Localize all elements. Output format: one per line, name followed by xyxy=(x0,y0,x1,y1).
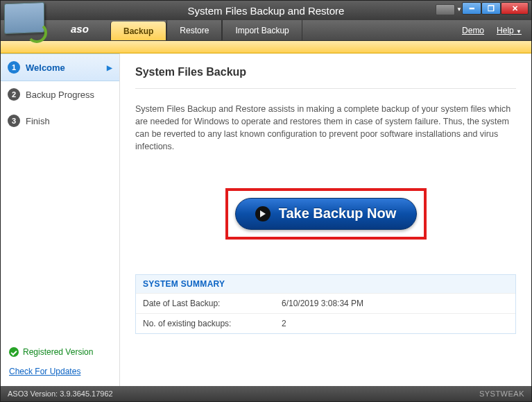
step-backup-progress[interactable]: 2 Backup Progress xyxy=(1,81,119,108)
step-number-icon: 3 xyxy=(8,115,20,127)
close-button[interactable]: ✕ xyxy=(501,2,529,15)
menu-help-label: elp xyxy=(503,26,514,35)
window-controls: ━ ❐ ✕ xyxy=(462,2,529,15)
summary-row: No. of existing backups: 2 xyxy=(136,313,515,333)
maximize-button[interactable]: ❐ xyxy=(481,2,501,15)
page-description: System Files Backup and Restore assists … xyxy=(135,103,516,153)
language-dropdown-icon[interactable]: ▼ xyxy=(456,6,462,12)
check-circle-icon xyxy=(9,347,19,357)
tab-restore[interactable]: Restore xyxy=(166,20,222,40)
divider xyxy=(135,88,516,89)
summary-row: Date of Last Backup: 6/10/2019 3:08:34 P… xyxy=(136,293,515,313)
title-bar: System Files Backup and Restore ▼ ━ ❐ ✕ xyxy=(1,1,531,20)
ribbon-strip xyxy=(1,41,531,53)
check-updates-link[interactable]: Check For Updates xyxy=(9,367,80,376)
main-content: System Files Backup System Files Backup … xyxy=(120,53,531,386)
step-label: Backup Progress xyxy=(26,90,94,100)
menu-demo-label: emo xyxy=(468,26,484,35)
company-brand: SYSTWEAK xyxy=(479,390,524,398)
tab-backup[interactable]: Backup xyxy=(110,22,166,40)
app-logo-icon xyxy=(4,3,65,51)
take-backup-label: Take Backup Now xyxy=(279,206,397,221)
step-welcome[interactable]: 1 Welcome ▶ xyxy=(1,53,119,81)
registered-version: Registered Version xyxy=(9,347,111,357)
registered-label: Registered Version xyxy=(23,347,93,357)
steps-sidebar: 1 Welcome ▶ 2 Backup Progress 3 Finish R… xyxy=(1,53,120,386)
play-icon xyxy=(255,206,271,221)
brand-label: aso xyxy=(71,23,89,35)
chevron-right-icon: ▶ xyxy=(107,64,112,72)
step-number-icon: 2 xyxy=(8,88,20,101)
version-label: ASO3 Version: 3.9.3645.17962 xyxy=(8,390,113,398)
summary-value: 2 xyxy=(275,314,293,333)
language-flag-icon[interactable] xyxy=(436,4,455,15)
take-backup-now-button[interactable]: Take Backup Now xyxy=(235,198,417,230)
step-finish[interactable]: 3 Finish xyxy=(1,108,119,134)
summary-title: SYSTEM SUMMARY xyxy=(136,275,515,293)
step-number-icon: 1 xyxy=(8,61,20,74)
status-bar: ASO3 Version: 3.9.3645.17962 SYSTWEAK xyxy=(1,386,531,401)
tab-import-backup[interactable]: Import Backup xyxy=(222,20,302,40)
summary-label: No. of existing backups: xyxy=(136,314,275,333)
step-label: Finish xyxy=(26,116,50,126)
system-summary: SYSTEM SUMMARY Date of Last Backup: 6/10… xyxy=(135,274,516,334)
summary-value: 6/10/2019 3:08:34 PM xyxy=(275,294,370,313)
step-label: Welcome xyxy=(26,62,65,73)
minimize-button[interactable]: ━ xyxy=(462,2,481,15)
highlight-box: Take Backup Now xyxy=(225,188,427,240)
menu-demo[interactable]: Demo xyxy=(462,26,484,35)
chevron-down-icon: ▼ xyxy=(516,28,522,35)
summary-label: Date of Last Backup: xyxy=(136,294,275,313)
menu-help[interactable]: Help ▼ xyxy=(497,26,522,35)
page-title: System Files Backup xyxy=(135,66,516,78)
